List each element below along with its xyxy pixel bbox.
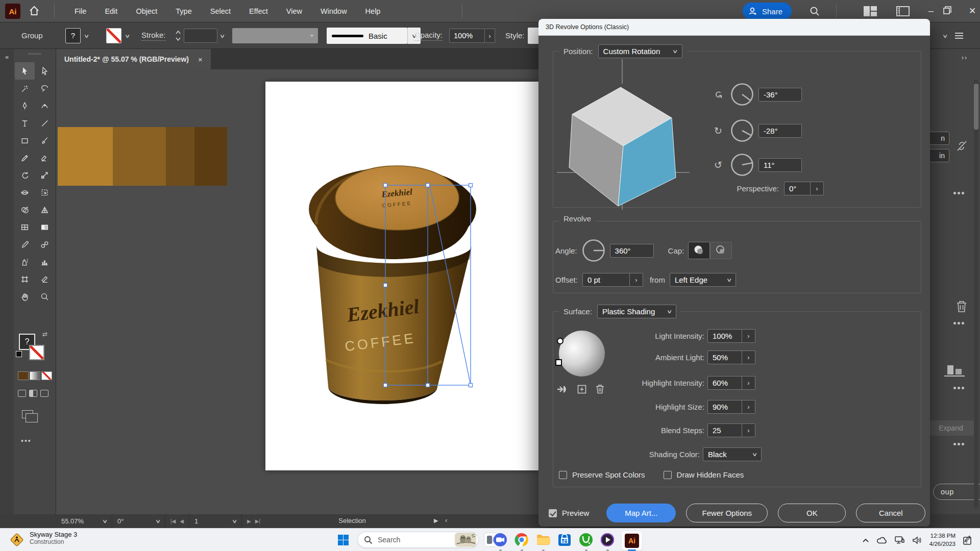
- menu-type[interactable]: Type: [166, 7, 201, 15]
- opacity-label[interactable]: Opacity:: [414, 30, 443, 41]
- taskbar-app-store[interactable]: [557, 533, 572, 547]
- highlight-size-stepper[interactable]: ›: [742, 400, 755, 414]
- default-colors-icon[interactable]: [16, 351, 22, 357]
- artboard[interactable]: Ezekhiel COFFEE Ezekhiel COFFEE: [265, 82, 538, 470]
- fill-chevron-icon[interactable]: ∨: [82, 29, 92, 43]
- scrollbar-thumb[interactable]: [974, 84, 978, 130]
- draw-behind-icon[interactable]: [29, 390, 37, 397]
- pencil-tool[interactable]: [15, 149, 35, 166]
- menu-window[interactable]: Window: [311, 7, 356, 15]
- toolbar-stroke-proxy[interactable]: [29, 345, 44, 360]
- swatch-rect[interactable]: [113, 127, 166, 186]
- menu-object[interactable]: Object: [127, 7, 166, 15]
- menu-file[interactable]: File: [65, 7, 95, 15]
- search-icon[interactable]: [809, 6, 820, 17]
- chevron-down-icon[interactable]: ∨: [942, 33, 948, 39]
- document-tab[interactable]: Untitled-2* @ 55.07 % (RGB/Preview) ×: [56, 49, 211, 69]
- ok-button[interactable]: OK: [778, 504, 846, 522]
- free-transform-tool[interactable]: [35, 184, 55, 201]
- panel-options-icon[interactable]: [953, 322, 964, 324]
- eraser-tool[interactable]: [35, 149, 55, 166]
- curvature-tool[interactable]: [35, 97, 55, 114]
- swatch-rect[interactable]: [166, 127, 194, 186]
- position-select[interactable]: Custom Rotation∨: [598, 44, 682, 58]
- speaker-icon[interactable]: [912, 536, 922, 544]
- taskbar-app-chat[interactable]: [493, 533, 507, 547]
- ambient-light-stepper[interactable]: ›: [742, 350, 755, 364]
- perspective-grid-tool[interactable]: [35, 201, 55, 218]
- fill-color-proxy[interactable]: ?: [65, 28, 81, 43]
- shape-builder-tool[interactable]: [15, 201, 35, 218]
- screen-mode-icon[interactable]: [22, 410, 33, 418]
- swap-fill-stroke-icon[interactable]: ⇄: [42, 331, 47, 338]
- dialog-title[interactable]: 3D Revolve Options (Classic): [538, 19, 930, 36]
- status-collapse-icon[interactable]: ‹: [445, 516, 447, 524]
- search-highlight-image[interactable]: [455, 533, 476, 547]
- light-intensity-stepper[interactable]: ›: [742, 329, 755, 343]
- arrange-documents-icon[interactable]: [896, 6, 910, 16]
- none-button[interactable]: [41, 371, 52, 380]
- swatch-rect[interactable]: [58, 127, 113, 186]
- menu-effect[interactable]: Effect: [240, 7, 277, 15]
- offset-from-select[interactable]: Left Edge∨: [670, 273, 736, 287]
- opacity-field[interactable]: 100%: [449, 29, 485, 43]
- gradient-button[interactable]: [30, 371, 40, 380]
- opacity-stepper[interactable]: ›: [485, 29, 495, 43]
- highlight-intensity-stepper[interactable]: ›: [742, 376, 755, 390]
- line-tool[interactable]: [35, 114, 55, 132]
- expand-button-fragment[interactable]: Expand: [927, 420, 975, 436]
- draw-inside-icon[interactable]: [40, 390, 48, 397]
- onedrive-cloud-icon[interactable]: [876, 536, 888, 544]
- group-button-fragment[interactable]: oup: [933, 484, 980, 500]
- rotate-z-field[interactable]: 11°: [758, 158, 802, 172]
- swatch-rect[interactable]: [194, 127, 227, 186]
- perspective-stepper[interactable]: ›: [811, 182, 824, 195]
- draw-normal-icon[interactable]: [18, 390, 26, 397]
- rotate-x-dial[interactable]: [730, 82, 754, 107]
- panel-grip[interactable]: [29, 53, 41, 55]
- fewer-options-button[interactable]: Fewer Options: [686, 504, 768, 522]
- map-art-button[interactable]: Map Art...: [606, 504, 676, 522]
- color-button[interactable]: [18, 371, 29, 380]
- selection-tool[interactable]: [15, 62, 35, 80]
- close-button[interactable]: ✕: [965, 1, 980, 21]
- type-tool[interactable]: [15, 114, 35, 132]
- width-tool[interactable]: [15, 184, 35, 201]
- collapse-panel-icon[interactable]: «: [0, 53, 14, 61]
- preview-checkbox[interactable]: [549, 509, 557, 517]
- taskbar-app-utorrent[interactable]: [579, 533, 593, 547]
- magic-wand-tool[interactable]: [15, 80, 35, 97]
- taskbar-app-illustrator[interactable]: Ai: [622, 531, 642, 550]
- menu-help[interactable]: Help: [356, 7, 390, 15]
- menu-select[interactable]: Select: [201, 7, 240, 15]
- restore-button[interactable]: [943, 6, 951, 14]
- preserve-spot-colors-checkbox[interactable]: [559, 471, 567, 479]
- construction-sign-icon[interactable]: [8, 531, 26, 548]
- offset-stepper[interactable]: ›: [630, 273, 643, 287]
- tab-close-icon[interactable]: ×: [198, 55, 203, 64]
- slice-tool[interactable]: [35, 270, 55, 288]
- symbol-sprayer-tool[interactable]: [15, 253, 35, 270]
- light-intensity-field[interactable]: 100%: [707, 329, 742, 343]
- paintbrush-tool[interactable]: [35, 132, 55, 149]
- stroke-color-proxy[interactable]: [106, 28, 121, 43]
- gradient-tool[interactable]: [35, 218, 55, 236]
- stroke-label[interactable]: Stroke:: [141, 30, 166, 41]
- stroke-weight-field[interactable]: [184, 29, 217, 43]
- lasso-tool[interactable]: [35, 80, 55, 97]
- hand-tool[interactable]: [15, 288, 35, 305]
- taskbar-app-explorer[interactable]: [536, 533, 550, 547]
- highlight-size-field[interactable]: 90%: [707, 400, 742, 414]
- column-graph-tool[interactable]: [35, 253, 55, 270]
- panel-options-icon[interactable]: [953, 443, 964, 445]
- hidden-icons-chevron[interactable]: [862, 538, 869, 543]
- ambient-light-field[interactable]: 50%: [707, 350, 742, 364]
- clock[interactable]: 12:38 PM 4/26/2023: [929, 532, 955, 548]
- rotate-y-dial[interactable]: [730, 118, 754, 143]
- unlink-proportions-icon[interactable]: [954, 139, 969, 153]
- graph-icon[interactable]: [943, 362, 966, 380]
- mesh-tool[interactable]: [15, 218, 35, 236]
- stroke-stepper[interactable]: [175, 29, 181, 42]
- shading-color-select[interactable]: Black∨: [703, 447, 762, 461]
- trash-icon[interactable]: [955, 300, 968, 313]
